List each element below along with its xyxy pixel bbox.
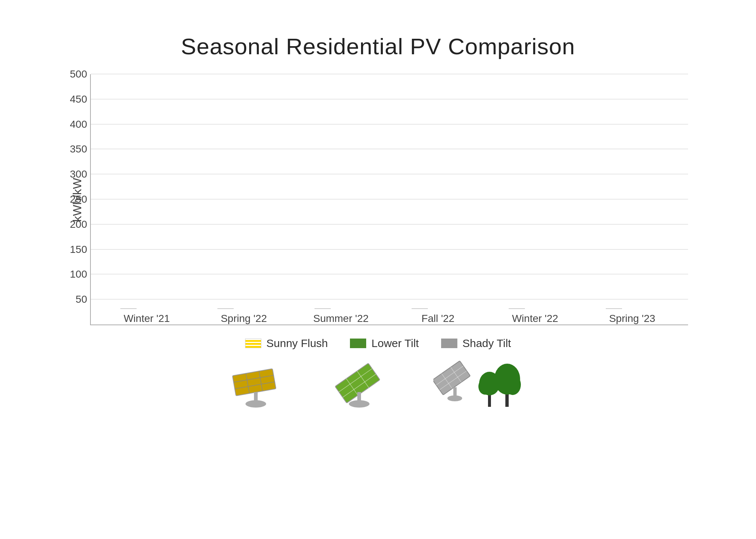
bar-sunny xyxy=(412,308,428,309)
svg-point-26 xyxy=(505,374,521,395)
bar-group-x-label: Spring '23 xyxy=(609,313,655,325)
chart-title: Seasonal Residential PV Comparison xyxy=(68,33,688,59)
bar-sunny xyxy=(606,308,622,309)
svg-rect-0 xyxy=(233,369,276,396)
grid-line xyxy=(91,224,688,224)
y-tick-label: 200 xyxy=(65,219,87,230)
legend-swatch-shady xyxy=(441,339,457,348)
legend-label-shady: Shady Tilt xyxy=(463,337,511,350)
y-tick-label: 400 xyxy=(65,119,87,130)
legend-swatch-lower xyxy=(350,339,366,348)
bar-sunny xyxy=(315,308,331,309)
grid-line xyxy=(91,124,688,124)
legend-item-shady: Shady Tilt xyxy=(441,337,511,350)
chart-container: Seasonal Residential PV Comparison kWh/k… xyxy=(46,18,710,521)
bar-group-x-label: Summer '22 xyxy=(313,313,368,325)
grid-line xyxy=(91,99,688,99)
bar-group: Winter '22 xyxy=(487,308,584,325)
bars xyxy=(315,308,368,309)
grid-line xyxy=(91,74,688,74)
bar-group-x-label: Winter '22 xyxy=(512,313,558,325)
sunny-flush-icon xyxy=(227,361,286,412)
bar-group: Summer '22 xyxy=(292,308,389,325)
svg-point-20 xyxy=(447,395,462,401)
y-tick-label: 100 xyxy=(65,268,87,280)
bar-group: Fall '22 xyxy=(389,308,487,325)
grid-line xyxy=(91,299,688,299)
grid-line xyxy=(91,274,688,274)
y-tick-label: 250 xyxy=(65,193,87,205)
bar-sunny xyxy=(217,308,234,309)
bar-group: Spring '23 xyxy=(584,308,681,325)
bar-group: Winter '21 xyxy=(98,308,195,325)
legend-item-lower: Lower Tilt xyxy=(350,337,419,350)
bars xyxy=(120,308,173,309)
grid-and-bars: Winter '21Spring '22Summer '22Fall '22Wi… xyxy=(90,74,688,325)
lower-tilt-icon xyxy=(330,361,389,412)
shady-tilt-icon xyxy=(433,357,529,412)
bar-group-x-label: Spring '22 xyxy=(221,313,267,325)
chart-area: kWh/kW Winter '21Spring '22Summer '22Fal… xyxy=(68,74,688,325)
y-tick-label: 50 xyxy=(65,293,87,305)
bar-group: Spring '22 xyxy=(195,308,292,325)
chart-inner: Winter '21Spring '22Summer '22Fall '22Wi… xyxy=(90,74,688,325)
grid-line xyxy=(91,174,688,174)
legend: Sunny FlushLower TiltShady Tilt xyxy=(68,337,688,350)
bars-row: Winter '21Spring '22Summer '22Fall '22Wi… xyxy=(91,74,688,325)
bars xyxy=(509,308,562,309)
legend-label-lower: Lower Tilt xyxy=(371,337,419,350)
icons-row xyxy=(68,357,688,412)
y-tick-label: 150 xyxy=(65,244,87,255)
bar-group-x-label: Winter '21 xyxy=(124,313,170,325)
y-tick-label: 500 xyxy=(65,68,87,80)
bar-sunny xyxy=(509,308,525,309)
svg-rect-14 xyxy=(433,361,470,395)
svg-point-13 xyxy=(349,400,370,408)
y-tick-label: 450 xyxy=(65,93,87,105)
grid-line xyxy=(91,149,688,149)
bars xyxy=(217,308,271,309)
bars xyxy=(412,308,465,309)
y-tick-label: 350 xyxy=(65,143,87,155)
svg-point-23 xyxy=(478,378,492,395)
legend-item-sunny: Sunny Flush xyxy=(245,337,328,350)
grid-line xyxy=(91,199,688,199)
bar-group-x-label: Fall '22 xyxy=(422,313,454,325)
legend-label-sunny: Sunny Flush xyxy=(267,337,328,350)
grid-line xyxy=(91,249,688,250)
bar-sunny xyxy=(120,308,137,309)
bars xyxy=(606,308,659,309)
svg-point-6 xyxy=(245,400,266,408)
y-tick-label: 300 xyxy=(65,168,87,180)
legend-swatch-sunny xyxy=(245,339,261,348)
